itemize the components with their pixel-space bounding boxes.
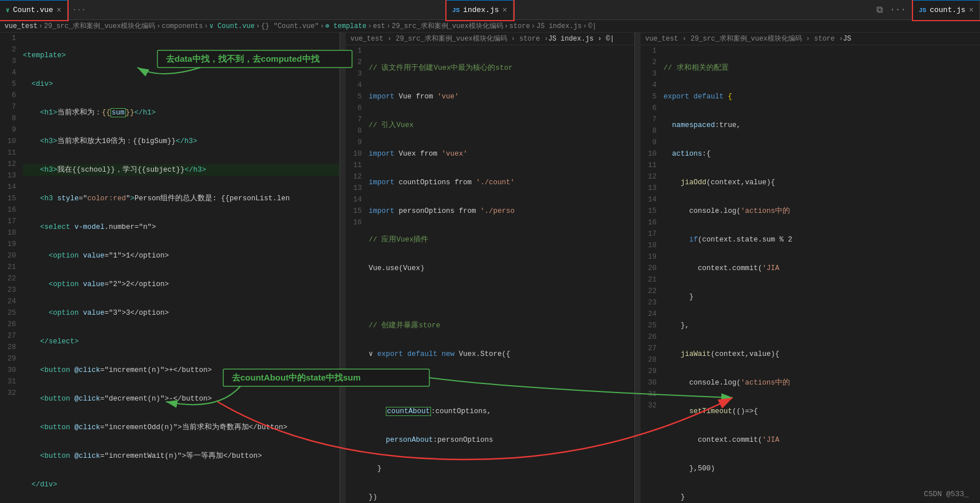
code-area-1[interactable]: 12345 678910 1112131415 1617181920 21222… <box>0 33 339 503</box>
panel2-breadcrumb: vue_test › 29_src_求和案例_vuex模块化编码 › store… <box>346 33 634 45</box>
breadcrumb: vue_test › 29_src_求和案例_vuex模块化编码 › compo… <box>0 20 980 33</box>
panel3-breadcrumb: vue_test › 29_src_求和案例_vuex模块化编码 › store… <box>641 33 980 45</box>
tab-count-vue[interactable]: ∨ Count.vue × <box>0 0 68 20</box>
more-actions-icon[interactable]: ··· <box>887 3 908 16</box>
editor-panels: 12345 678910 1112131415 1617181920 21222… <box>0 33 980 503</box>
code-lines-2: // 该文件用于创建Vuex中最为核心的stor import Vue from… <box>366 45 634 503</box>
line-numbers-2: 12345 678910 1112131415 16 <box>346 45 366 503</box>
vue-icon: ∨ <box>6 6 10 14</box>
tab-label: Count.vue <box>13 6 53 14</box>
scrollbar-1 <box>340 33 346 503</box>
split-editor-icon[interactable]: ⧉ <box>874 3 885 17</box>
code-lines-1: <template> <div> <h1>当前求和为：{{sum}}</h1> … <box>21 33 339 503</box>
editor-actions: ⧉ ··· <box>870 3 913 17</box>
tab-index-js[interactable]: JS index.js × <box>446 0 513 20</box>
line-numbers-1: 12345 678910 1112131415 1617181920 21222… <box>0 33 21 503</box>
panel-count-js: vue_test › 29_src_求和案例_vuex模块化编码 › store… <box>641 33 980 503</box>
scrollbar-2 <box>635 33 641 503</box>
tab-count-js[interactable]: JS count.js × <box>913 0 980 20</box>
close-icon[interactable]: × <box>57 6 61 14</box>
more-tabs-button[interactable]: ··· <box>68 6 90 14</box>
js-icon: JS <box>452 7 460 14</box>
close-icon[interactable]: × <box>503 6 507 14</box>
panel-index-js: vue_test › 29_src_求和案例_vuex模块化编码 › store… <box>346 33 635 503</box>
code-area-3[interactable]: 12345 678910 1112131415 1617181920 21222… <box>641 45 980 503</box>
close-icon[interactable]: × <box>969 6 974 14</box>
code-lines-3: // 求和相关的配置 export default { namespaced:t… <box>661 45 980 503</box>
tab-label: count.js <box>930 6 965 14</box>
tab-bar: ∨ Count.vue × ··· JS index.js × ⧉ ··· JS… <box>0 0 980 20</box>
panel-count-vue: 12345 678910 1112131415 1617181920 21222… <box>0 33 340 503</box>
watermark: CSDN @533_ <box>924 490 969 498</box>
tab-label: index.js <box>463 6 499 14</box>
code-area-2[interactable]: 12345 678910 1112131415 16 // 该文件用于创建Vue… <box>346 45 634 503</box>
js-icon: JS <box>919 7 926 14</box>
line-numbers-3: 12345 678910 1112131415 1617181920 21222… <box>641 45 661 503</box>
